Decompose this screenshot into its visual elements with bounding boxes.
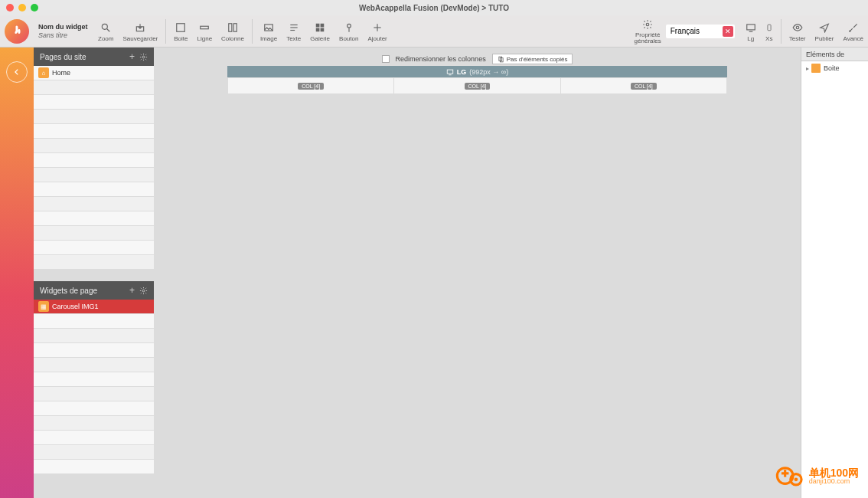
design-canvas[interactable]: Redimensionner les colonnes Pas d'élémen… xyxy=(154,48,801,498)
svg-rect-13 xyxy=(316,28,320,31)
canvas-toolbar: Redimensionner les colonnes Pas d'élémen… xyxy=(227,52,727,66)
widget-item-label: Carousel IMG1 xyxy=(52,303,99,310)
list-item[interactable] xyxy=(34,387,154,401)
widget-name-label: Nom du widget xyxy=(38,23,89,31)
window-title: WebAcappella Fusion (DevMode) > TUTO xyxy=(359,4,509,12)
clipboard-button[interactable]: Pas d'éléments copiés xyxy=(492,54,573,64)
svg-rect-4 xyxy=(201,26,209,29)
pages-settings-button[interactable] xyxy=(139,53,148,61)
pages-panel-title: Pages du site xyxy=(40,53,125,61)
text-button[interactable]: Texte xyxy=(282,15,305,48)
gallery-button[interactable]: Galerie xyxy=(305,15,334,48)
plus-icon xyxy=(372,21,383,34)
svg-point-23 xyxy=(796,26,799,29)
column-badge: COL [4] xyxy=(631,83,657,90)
close-window-icon[interactable] xyxy=(6,4,14,11)
list-item[interactable] xyxy=(34,182,154,196)
list-item[interactable] xyxy=(34,110,154,123)
save-icon xyxy=(135,21,145,34)
list-item[interactable] xyxy=(34,431,154,444)
list-item[interactable] xyxy=(34,153,154,167)
xs-viewport-button[interactable]: Xs xyxy=(761,15,778,48)
add-page-button[interactable]: + xyxy=(129,51,135,62)
row-button[interactable]: Ligne xyxy=(193,15,217,48)
language-select[interactable]: Français ✕ xyxy=(666,25,735,38)
column-button[interactable]: Colonne xyxy=(217,15,249,48)
main-toolbar: Nom du widget Sans titre Zoom Sauvegarde… xyxy=(0,15,868,48)
column-cell[interactable]: COL [4] xyxy=(394,78,560,93)
chevron-left-icon xyxy=(13,68,21,76)
maximize-window-icon[interactable] xyxy=(31,4,38,11)
page-item-label: Home xyxy=(52,69,70,77)
save-button[interactable]: Sauvegarder xyxy=(118,15,162,48)
send-icon xyxy=(819,21,830,34)
list-item[interactable] xyxy=(34,343,154,357)
text-icon xyxy=(289,21,299,34)
list-item[interactable] xyxy=(34,314,154,328)
list-item[interactable] xyxy=(34,139,154,152)
list-item[interactable] xyxy=(34,329,154,342)
list-item[interactable] xyxy=(34,372,154,386)
list-item[interactable] xyxy=(34,255,154,269)
rail-collapse-button[interactable] xyxy=(6,61,28,83)
list-item[interactable] xyxy=(34,226,154,240)
app-logo[interactable] xyxy=(0,15,34,48)
minimize-window-icon[interactable] xyxy=(18,4,26,11)
column-badge: COL [4] xyxy=(298,83,324,90)
list-item[interactable] xyxy=(34,197,154,211)
svg-point-26 xyxy=(142,290,145,292)
list-item[interactable] xyxy=(34,358,154,372)
mobile-icon xyxy=(765,21,773,34)
columns-row[interactable]: COL [4] COL [4] COL [4] xyxy=(227,77,727,94)
add-button[interactable]: Ajouter xyxy=(363,15,391,48)
desktop-icon xyxy=(446,68,454,76)
svg-point-33 xyxy=(794,477,798,481)
box-icon xyxy=(811,64,821,73)
row-icon xyxy=(199,21,210,34)
list-item[interactable] xyxy=(34,241,154,254)
clipboard-icon xyxy=(498,56,504,63)
list-item[interactable] xyxy=(34,211,154,225)
image-button[interactable]: Image xyxy=(256,15,282,48)
zoom-button[interactable]: Zoom xyxy=(93,15,118,48)
watermark-line2: danji100.com xyxy=(809,478,859,485)
svg-rect-14 xyxy=(321,28,325,31)
add-widget-button[interactable]: + xyxy=(129,285,135,296)
elements-tree-label: Boite xyxy=(824,64,840,72)
list-item[interactable] xyxy=(34,124,154,138)
list-item[interactable] xyxy=(34,80,154,94)
list-item[interactable] xyxy=(34,95,154,109)
resize-columns-checkbox[interactable] xyxy=(382,55,390,63)
lg-viewport-button[interactable]: Lg xyxy=(741,15,761,48)
page-item-home[interactable]: ⌂ Home xyxy=(34,66,154,80)
left-rail xyxy=(0,48,34,498)
zoom-icon xyxy=(100,21,111,34)
column-cell[interactable]: COL [4] xyxy=(561,78,726,93)
widgets-settings-button[interactable] xyxy=(139,287,148,295)
properties-button[interactable]: Propriété générales xyxy=(630,15,666,48)
widget-item-carousel[interactable]: ▦ Carousel IMG1 xyxy=(34,300,154,313)
publish-button[interactable]: Publier xyxy=(811,15,839,48)
eye-icon xyxy=(792,21,803,34)
list-item[interactable] xyxy=(34,416,154,430)
list-item[interactable] xyxy=(34,401,154,415)
list-item[interactable] xyxy=(34,460,154,473)
button-button[interactable]: Bouton xyxy=(334,15,363,48)
list-item[interactable] xyxy=(34,168,154,182)
breakpoint-bar[interactable]: LG (992px → ∞) xyxy=(227,66,727,77)
traffic-lights xyxy=(6,4,38,11)
app-logo-icon xyxy=(10,25,24,38)
language-badge-icon: ✕ xyxy=(723,26,733,37)
list-item[interactable] xyxy=(34,445,154,459)
column-cell[interactable]: COL [4] xyxy=(228,78,394,93)
svg-rect-6 xyxy=(233,23,237,31)
watermark: 单机100网 danji100.com xyxy=(775,461,859,490)
widget-name-value: Sans titre xyxy=(38,31,89,40)
test-button[interactable]: Tester xyxy=(785,15,811,48)
elements-tree-item[interactable]: ▸ Boite xyxy=(801,61,868,75)
box-icon xyxy=(175,21,186,34)
pages-panel-header: Pages du site + xyxy=(34,48,154,66)
svg-point-25 xyxy=(142,56,145,58)
box-button[interactable]: Boite xyxy=(169,15,192,48)
advanced-button[interactable]: Avancé xyxy=(838,15,868,48)
